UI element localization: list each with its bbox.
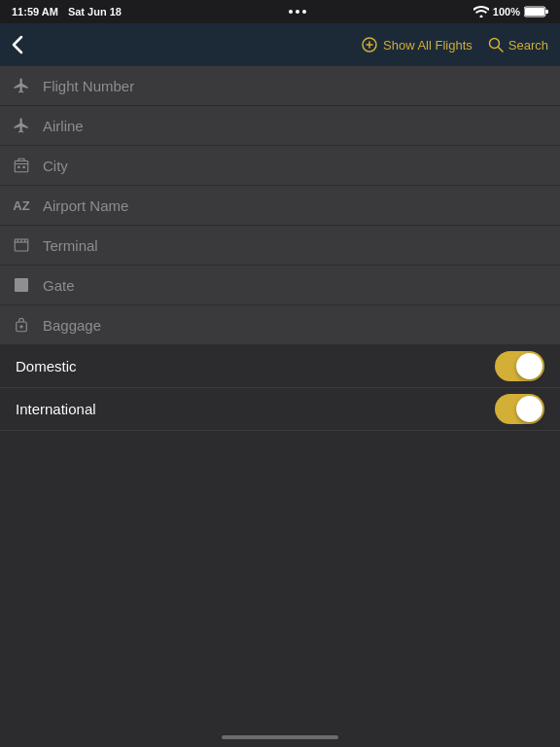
status-bar: 11:59 AM Sat Jun 18 100% xyxy=(0,0,560,23)
svg-rect-8 xyxy=(23,166,25,168)
wifi-icon xyxy=(473,6,489,18)
nav-actions: Show All Flights Search xyxy=(361,36,548,53)
battery-icon xyxy=(524,6,548,18)
svg-rect-6 xyxy=(15,161,28,172)
svg-rect-1 xyxy=(525,8,544,16)
search-fields: AZ xyxy=(0,66,560,345)
flight-number-input[interactable] xyxy=(43,78,550,94)
status-time: 11:59 AM Sat Jun 18 xyxy=(12,6,122,18)
airport-name-input[interactable] xyxy=(43,197,550,214)
terminal-input[interactable] xyxy=(43,237,550,254)
baggage-input[interactable] xyxy=(43,317,550,334)
status-indicators: 100% xyxy=(473,6,548,18)
gate-input[interactable] xyxy=(43,277,550,294)
international-toggle[interactable] xyxy=(495,394,544,424)
status-dots xyxy=(289,10,306,14)
show-all-flights-button[interactable]: Show All Flights xyxy=(361,36,472,53)
terminal-row xyxy=(0,226,560,266)
search-label: Search xyxy=(508,38,548,53)
svg-rect-14 xyxy=(15,278,28,292)
domestic-label: Domestic xyxy=(16,358,77,374)
nav-bar: Show All Flights Search xyxy=(0,23,560,66)
search-icon xyxy=(488,37,504,53)
terminal-icon xyxy=(10,236,33,254)
toggle-section: Domestic International xyxy=(0,345,560,431)
flights-icon xyxy=(361,36,378,53)
dot2 xyxy=(296,10,299,14)
plane-icon-2 xyxy=(10,117,33,134)
svg-line-5 xyxy=(498,48,503,53)
home-indicator xyxy=(222,735,338,739)
back-arrow-icon xyxy=(12,35,23,54)
plane-icon-1 xyxy=(10,77,33,94)
date-label: Sat Jun 18 xyxy=(68,6,122,18)
back-button[interactable] xyxy=(12,35,23,54)
search-button[interactable]: Search xyxy=(488,37,548,53)
airline-input[interactable] xyxy=(43,118,550,134)
baggage-icon xyxy=(10,316,33,334)
building-icon xyxy=(10,157,33,174)
city-input[interactable] xyxy=(43,158,550,174)
show-all-flights-label: Show All Flights xyxy=(383,38,472,53)
az-icon: AZ xyxy=(10,198,33,213)
gate-icon xyxy=(10,277,33,293)
baggage-row xyxy=(0,305,560,345)
svg-rect-2 xyxy=(545,10,548,14)
gate-row xyxy=(0,266,560,305)
domestic-toggle[interactable] xyxy=(495,351,544,381)
domestic-row: Domestic xyxy=(0,345,560,388)
svg-rect-7 xyxy=(18,166,19,168)
dot3 xyxy=(302,10,306,14)
international-label: International xyxy=(16,401,96,417)
international-row: International xyxy=(0,388,560,431)
city-row xyxy=(0,146,560,186)
battery-label: 100% xyxy=(493,6,520,18)
airline-row xyxy=(0,106,560,146)
dot1 xyxy=(289,10,293,14)
flight-number-row xyxy=(0,66,560,106)
airport-name-row: AZ xyxy=(0,186,560,226)
time-label: 11:59 AM xyxy=(12,6,58,18)
